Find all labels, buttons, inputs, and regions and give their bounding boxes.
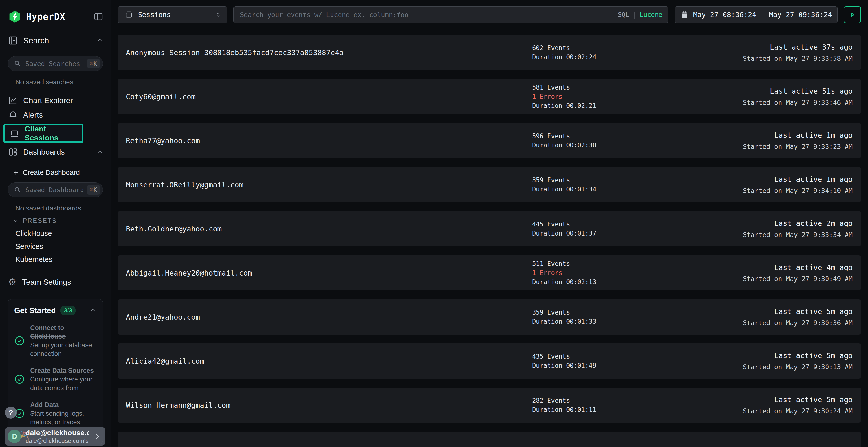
search-section-label: Search <box>23 36 91 45</box>
updown-caret-icon <box>215 11 222 18</box>
session-event-count: 359 Events <box>532 176 743 185</box>
presets-toggle[interactable]: PRESETS <box>12 217 111 225</box>
session-event-count: 282 Events <box>532 396 743 405</box>
session-event-count: 359 Events <box>532 308 743 317</box>
shortcut-badge: ⌘K <box>87 59 100 68</box>
get-started-title: Get Started <box>14 306 56 315</box>
chevron-up-icon <box>96 37 103 44</box>
hyperdx-logo-icon <box>8 10 22 23</box>
sidebar-nav: Chart Explorer Alerts Client Sessions Da… <box>0 93 111 161</box>
calendar-icon <box>680 10 689 19</box>
session-title: Retha77@yahoo.com <box>126 137 532 145</box>
lucene-toggle[interactable]: Lucene <box>640 11 662 18</box>
search-icon <box>14 186 22 194</box>
checklist-item-sources[interactable]: Create Data Sources Configure where your… <box>14 366 96 392</box>
session-last-active: Last active 1m ago <box>743 131 852 139</box>
event-search-input[interactable]: Search your events w/ Lucene ex. column:… <box>234 6 669 23</box>
session-event-count: 602 Events <box>532 43 743 53</box>
create-dashboard-label: Create Dashboard <box>23 169 80 176</box>
session-started: Started on May 27 9:33:23 AM <box>743 143 852 150</box>
get-started-header[interactable]: Get Started 3/3 <box>14 306 96 315</box>
app-title: HyperDX <box>26 11 89 22</box>
session-row[interactable]: Alicia42@gmail.com 435 Events Duration 0… <box>118 343 861 379</box>
session-duration: Duration 00:02:21 <box>532 101 743 110</box>
collapse-sidebar-icon[interactable] <box>93 11 103 22</box>
session-row[interactable]: Retha77@yahoo.com 596 Events Duration 00… <box>118 123 861 158</box>
checklist-item-title: Connect to ClickHouse <box>30 324 66 340</box>
sidebar-section-search[interactable]: Search <box>0 36 111 49</box>
session-row[interactable]: Andre21@yahoo.com 359 Events Duration 00… <box>118 299 861 335</box>
laptop-icon <box>10 129 19 138</box>
session-last-active: Last active 1m ago <box>743 175 852 183</box>
session-row[interactable]: Monserrat.OReilly@gmail.com 359 Events D… <box>118 167 861 202</box>
session-row-partial[interactable] <box>118 432 861 447</box>
gear-icon: ⚙ <box>8 277 17 286</box>
session-duration: Duration 00:02:24 <box>532 53 743 62</box>
session-last-active: Last active 2m ago <box>743 219 852 228</box>
session-row[interactable]: Abbigail.Heaney20@hotmail.com 511 Events… <box>118 255 861 290</box>
session-row[interactable]: Wilson_Hermann@gmail.com 282 Events Dura… <box>118 387 861 423</box>
session-started: Started on May 27 9:33:58 AM <box>743 55 852 62</box>
checklist-item-add-data[interactable]: Add Data Start sending logs, metrics, or… <box>14 401 96 426</box>
session-title: Abbigail.Heaney20@hotmail.com <box>126 269 532 277</box>
session-last-active: Last active 4m ago <box>743 263 852 272</box>
checklist-item-title: Add Data <box>30 401 59 409</box>
session-event-count: 435 Events <box>532 352 743 361</box>
sidebar-item-team-settings[interactable]: ⚙ Team Settings <box>8 277 111 286</box>
session-started: Started on May 27 9:30:36 AM <box>743 319 852 326</box>
event-search-placeholder: Search your events w/ Lucene ex. column:… <box>240 11 613 19</box>
session-event-count: 596 Events <box>532 132 743 141</box>
sidebar-item-chart-explorer[interactable]: Chart Explorer <box>0 93 111 108</box>
time-range-picker[interactable]: May 27 08:36:24 - May 27 09:36:24 <box>675 6 838 23</box>
sidebar-item-client-sessions[interactable]: Client Sessions <box>3 124 84 143</box>
main-area: Sessions Search your events w/ Lucene ex… <box>111 0 868 447</box>
saved-dashboards-placeholder: Saved Dashboards <box>25 186 83 194</box>
sidebar-item-alerts[interactable]: Alerts <box>0 108 111 122</box>
preset-kubernetes[interactable]: Kubernetes <box>16 255 111 264</box>
session-list: Anonymous Session 308018eb535facd7cec337… <box>111 23 868 447</box>
preset-services[interactable]: Services <box>16 242 111 250</box>
session-error-count: 1 Errors <box>532 92 743 101</box>
session-title: Monserrat.OReilly@gmail.com <box>126 181 532 189</box>
session-event-count: 511 Events <box>532 259 743 268</box>
session-last-active: Last active 5m ago <box>743 307 852 316</box>
no-saved-dashboards-note: No saved dashboards <box>16 204 111 212</box>
get-started-progress-badge: 3/3 <box>60 306 76 315</box>
session-row[interactable]: Anonymous Session 308018eb535facd7cec337… <box>118 35 861 70</box>
sidebar-item-label: Dashboards <box>23 148 91 157</box>
sidebar-item-label: Client Sessions <box>25 125 82 142</box>
help-button[interactable]: ? <box>5 407 17 419</box>
sidebar-item-label: Alerts <box>23 110 103 119</box>
time-range-value: May 27 08:36:24 - May 27 09:36:24 <box>693 10 832 19</box>
session-title: Alicia42@gmail.com <box>126 357 532 365</box>
search-icon <box>14 60 22 67</box>
create-dashboard-button[interactable]: Create Dashboard <box>12 169 111 176</box>
session-title: Coty60@gmail.com <box>126 93 532 101</box>
source-select-value: Sessions <box>138 11 210 19</box>
get-started-panel: Get Started 3/3 Connect to ClickHouse Se… <box>8 299 103 444</box>
session-last-active: Last active 5m ago <box>743 351 852 360</box>
session-row[interactable]: Coty60@gmail.com 581 Events 1 Errors Dur… <box>118 79 861 114</box>
check-circle-icon <box>14 374 25 385</box>
chart-icon <box>8 96 18 105</box>
check-circle-icon <box>14 336 25 346</box>
preset-clickhouse[interactable]: ClickHouse <box>16 229 111 238</box>
saved-searches-input[interactable]: Saved Searches ⌘K <box>8 56 103 71</box>
sql-toggle[interactable]: SQL <box>618 11 629 18</box>
shortcut-badge: ⌘K <box>87 185 100 195</box>
saved-searches-placeholder: Saved Searches <box>25 60 83 67</box>
session-row[interactable]: Beth.Goldner@yahoo.com 445 Events Durati… <box>118 211 861 246</box>
bell-icon <box>8 110 18 120</box>
checklist-item-connect[interactable]: Connect to ClickHouse Set up your databa… <box>14 323 96 358</box>
sidebar-item-dashboards[interactable]: Dashboards <box>0 145 111 159</box>
user-menu[interactable]: D dale@clickhouse.com dale@clickhouse.co… <box>5 427 105 446</box>
source-select[interactable]: Sessions <box>118 6 227 23</box>
avatar: D <box>8 429 21 443</box>
archive-icon <box>124 10 133 19</box>
query-language-toggle: SQL | Lucene <box>618 11 662 18</box>
session-started: Started on May 27 9:33:46 AM <box>743 99 852 106</box>
saved-dashboards-input[interactable]: Saved Dashboards ⌘K <box>8 182 103 197</box>
divider: | <box>632 11 636 18</box>
live-tail-button[interactable] <box>844 6 861 23</box>
session-title: Beth.Goldner@yahoo.com <box>126 225 532 233</box>
